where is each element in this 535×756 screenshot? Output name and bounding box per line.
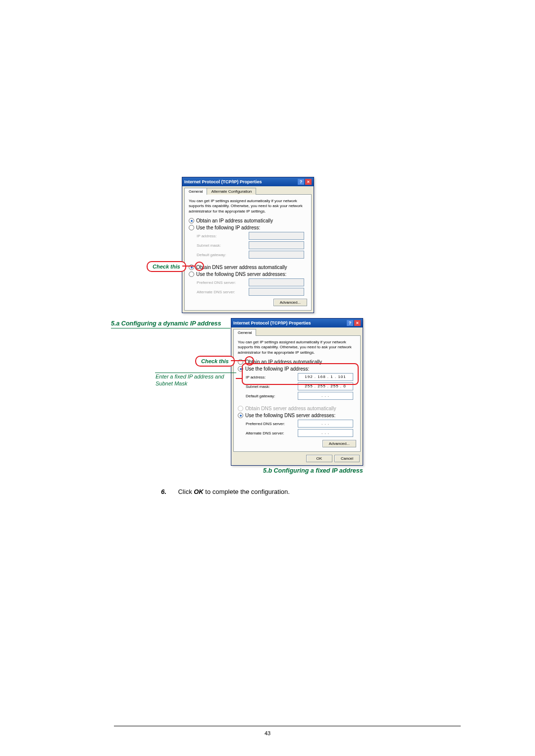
tab-alternate[interactable]: Alternate Configuration	[207, 188, 256, 195]
dialog-title: Internet Protocol (TCP/IP) Properties	[233, 321, 311, 325]
radio-manual-ip[interactable]: Use the following IP address:	[189, 225, 307, 230]
radio-label: Obtain an IP address automatically	[196, 218, 273, 223]
close-icon[interactable]: ×	[305, 179, 312, 185]
highlight-fixed-ip-fields	[242, 363, 359, 385]
callout-check-this-1: Check this	[147, 261, 186, 272]
preferred-dns-input[interactable]: . . .	[298, 420, 353, 428]
description-text: You can get IP settings assigned automat…	[238, 340, 356, 355]
figure-caption-5a: 5.a Configuring a dynamic IP address	[111, 320, 221, 327]
callout-connector	[236, 378, 242, 379]
figure-caption-5b: 5.b Configuring a fixed IP address	[263, 467, 363, 474]
ip-address-input	[249, 232, 304, 240]
radio-icon	[238, 406, 243, 411]
step-text-before: Click	[178, 488, 194, 495]
radio-label: Use the following IP address:	[196, 225, 260, 230]
page-number: 43	[0, 730, 535, 736]
tab-strip: General	[231, 327, 363, 336]
callout-target-circle	[195, 262, 204, 271]
annotation-enter-fixed-ip: Enter a fixed IP address and Subnet Mask	[156, 373, 235, 387]
ok-button[interactable]: OK	[306, 455, 333, 462]
radio-icon	[238, 413, 243, 418]
radio-manual-dns[interactable]: Use the following DNS server addresses:	[189, 271, 307, 277]
window-buttons: ? ×	[298, 179, 312, 185]
title-bar: Internet Protocol (TCP/IP) Properties ? …	[182, 177, 314, 186]
radio-icon	[189, 271, 194, 277]
help-icon[interactable]: ?	[347, 320, 353, 326]
dialog-title: Internet Protocol (TCP/IP) Properties	[184, 179, 262, 184]
tab-strip: General Alternate Configuration	[182, 186, 314, 195]
radio-manual-dns[interactable]: Use the following DNS server addresses:	[238, 413, 356, 418]
radio-label: Use the following DNS server addresses:	[245, 413, 335, 418]
preferred-dns-label: Preferred DNS server:	[197, 280, 249, 285]
tab-panel: You can get IP settings assigned automat…	[233, 335, 361, 452]
advanced-button[interactable]: Advanced...	[273, 299, 307, 306]
radio-auto-ip[interactable]: Obtain an IP address automatically	[189, 218, 307, 223]
ip-address-label: IP address:	[197, 234, 249, 238]
step-text-after: to complete the configuration.	[204, 488, 290, 495]
preferred-dns-label: Preferred DNS server:	[246, 422, 298, 426]
help-icon[interactable]: ?	[298, 179, 304, 185]
subnet-label: Subnet mask:	[197, 243, 249, 248]
tab-general[interactable]: General	[184, 188, 207, 195]
close-icon[interactable]: ×	[354, 320, 361, 326]
gateway-input	[249, 251, 304, 259]
alternate-dns-input	[249, 288, 304, 296]
annotation-underline	[155, 373, 236, 373]
title-bar: Internet Protocol (TCP/IP) Properties ? …	[231, 319, 363, 327]
step-ok-keyword: OK	[194, 488, 204, 495]
window-buttons: ? ×	[347, 320, 361, 326]
gateway-label: Default gateway:	[197, 253, 249, 257]
tab-panel: You can get IP settings assigned automat…	[184, 194, 312, 311]
gateway-input[interactable]: . . .	[298, 392, 353, 400]
caption-underline	[111, 328, 230, 328]
radio-label: Use the following DNS server addresses:	[196, 271, 286, 277]
radio-label: Obtain DNS server address automatically	[196, 265, 287, 270]
step-6-text: 6. Click OK to complete the configuratio…	[161, 488, 290, 495]
radio-auto-dns: Obtain DNS server address automatically	[238, 406, 356, 411]
radio-auto-dns[interactable]: Obtain DNS server address automatically	[189, 265, 307, 270]
cancel-button[interactable]: Cancel	[334, 455, 360, 462]
alternate-dns-label: Alternate DNS server:	[197, 290, 249, 294]
callout-connector	[182, 266, 196, 267]
description-text: You can get IP settings assigned automat…	[189, 199, 307, 214]
alternate-dns-input[interactable]: . . .	[298, 429, 353, 437]
step-number: 6.	[161, 488, 166, 495]
tcpip-dialog-fixed: Internet Protocol (TCP/IP) Properties ? …	[231, 318, 363, 466]
tab-general[interactable]: General	[233, 329, 256, 336]
subnet-label: Subnet mask:	[246, 384, 298, 389]
radio-icon	[189, 218, 194, 223]
radio-icon	[189, 225, 194, 230]
footer-rule	[114, 726, 461, 726]
alternate-dns-label: Alternate DNS server:	[246, 431, 298, 435]
callout-connector	[231, 360, 246, 361]
advanced-button[interactable]: Advanced...	[322, 440, 356, 447]
radio-label: Obtain DNS server address automatically	[245, 406, 336, 411]
callout-check-this-2: Check this	[195, 356, 235, 367]
subnet-input	[249, 241, 304, 249]
preferred-dns-input	[249, 278, 304, 286]
tcpip-dialog-dynamic: Internet Protocol (TCP/IP) Properties ? …	[182, 177, 314, 313]
gateway-label: Default gateway:	[246, 394, 298, 398]
document-page: Internet Protocol (TCP/IP) Properties ? …	[0, 0, 535, 756]
